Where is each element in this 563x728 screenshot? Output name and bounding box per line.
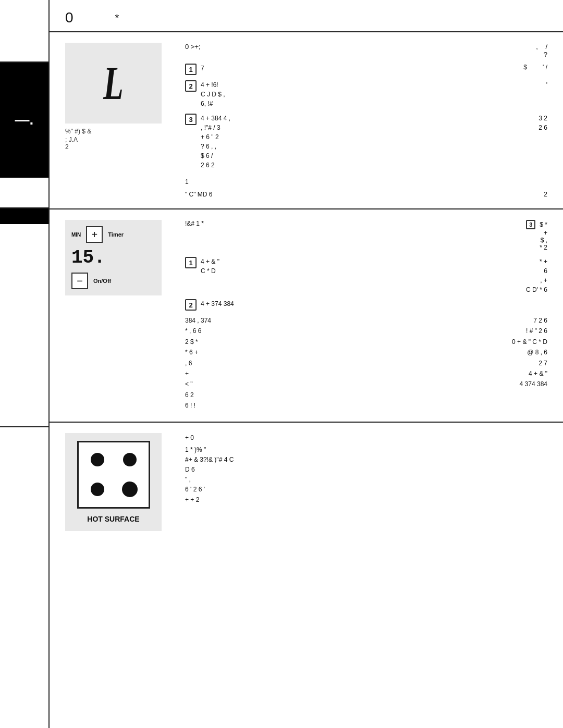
s3-top-left: + 0 — [185, 433, 194, 443]
timer-plus-button[interactable]: + — [86, 226, 103, 243]
product-letter: L — [103, 56, 123, 110]
section1-item3: 3 4 + 384 4 , , !"# / 3 + 6 " 2 ? 6 — [185, 114, 547, 170]
section3: HOT SURFACE + 0 1 * )% " #+ & 3?!& )"# 4… — [50, 423, 563, 541]
s3-line1: 1 * )% " — [185, 445, 547, 455]
item3-num: 3 — [185, 114, 197, 125]
section1-right: 0 >+; , / ? 1 7 $ ' / — [185, 43, 547, 198]
section3-left: HOT SURFACE — [65, 433, 169, 531]
s1-footer: " C" MD 6 2 — [185, 191, 547, 198]
sidebar-black-block: —. — [0, 63, 48, 177]
s2-mid-left: 384 , 374 * , 6 6 2 $ * * 6 + , 6 + < " … — [185, 315, 211, 411]
s2-mid-block: 384 , 374 * , 6 6 2 $ * * 6 + , 6 + < " … — [185, 315, 547, 411]
item2-content-left: 4 + !6! C J D $ , 6, !# — [201, 80, 454, 108]
s2-top-right-a: + — [526, 229, 547, 237]
timer-display: 15. — [71, 247, 155, 268]
item3-content-left: 4 + 384 4 , , !"# / 3 + 6 " 2 ? 6 , , — [201, 114, 454, 170]
section2-left: Min + Timer 15. − On/Off — [65, 220, 169, 411]
sidebar-dash: —. — [15, 112, 34, 128]
burner-dot-bl — [91, 483, 104, 496]
s2-item1-num: 1 — [185, 257, 197, 268]
item1-right: ' / — [543, 64, 547, 73]
section3-right: + 0 1 * )% " #+ & 3?!& )"# 4 C D 6 " , 6… — [185, 433, 547, 531]
hot-surface-box: HOT SURFACE — [65, 433, 162, 531]
section1: L %" #) $ & ; J.A 2 0 >+; , / ? 1 7 — [50, 32, 563, 209]
section1-left: L %" #) $ & ; J.A 2 — [65, 43, 169, 198]
s1-footer-right: 2 — [544, 191, 547, 198]
timer-onoff-label: On/Off — [93, 278, 111, 284]
burner-dot-tr — [123, 453, 137, 466]
section1-item1: 1 7 $ ' / — [185, 64, 547, 75]
s2-top-right-b: $ , — [526, 237, 547, 244]
timer-bottom-row: − On/Off — [71, 273, 155, 289]
sidebar: —. — [0, 0, 50, 728]
timer-min-label: Min — [71, 232, 81, 238]
product-subcode: ; J.A 2 — [65, 136, 169, 151]
item1-dollar: $ — [523, 64, 527, 73]
s2-item3-num: 3 — [526, 220, 535, 229]
item1-num: 1 — [185, 64, 197, 75]
item3-content-right: 3 2 2 6 — [454, 114, 547, 170]
section1-item2: 2 4 + !6! C J D $ , 6, !# ' — [185, 80, 547, 108]
sidebar-section3 — [0, 427, 48, 584]
main-content: 0 * L %" #) $ & ; J.A 2 0 >+; , / ? 1 — [50, 0, 563, 541]
sidebar-top — [0, 0, 48, 63]
s2-top: !&# 1 * 3 $ * + $ , * 2 — [185, 220, 547, 251]
s1-top-right: , / ? — [527, 43, 547, 58]
timer-top-row: Min + Timer — [71, 226, 155, 243]
timer-box: Min + Timer 15. − On/Off — [65, 220, 162, 295]
s3-top: + 0 — [185, 433, 547, 443]
sidebar-black2 — [0, 208, 48, 224]
s2-top-right-dollar: $ * — [540, 221, 547, 228]
item2-num: 2 — [185, 80, 197, 92]
product-image-box: L — [65, 43, 162, 124]
s2-item2-content: 4 + 374 384 — [201, 299, 547, 309]
s2-top-right: 3 $ * + $ , * 2 — [526, 220, 547, 251]
s2-top-left: !&# 1 * — [185, 220, 204, 251]
header-row: 0 * — [50, 0, 563, 32]
item1-content-left: 7 — [201, 64, 523, 73]
timer-minus-button[interactable]: − — [71, 273, 88, 289]
timer-timer-label: Timer — [108, 231, 124, 238]
s2-item1-left: 4 + & " C * D — [201, 257, 454, 294]
s1-top-left: 0 >+; — [185, 43, 201, 58]
burner-dot-tl — [91, 453, 104, 466]
sidebar-mid — [0, 177, 48, 208]
s2-top-right-c: * 2 — [526, 244, 547, 251]
s3-line3: D 6 — [185, 465, 547, 475]
s3-line2: #+ & 3?!& )"# 4 C — [185, 455, 547, 465]
hot-surface-label: HOT SURFACE — [87, 515, 139, 523]
item2-content-right: ' — [454, 80, 547, 108]
section2: Min + Timer 15. − On/Off !&# 1 — [50, 209, 563, 423]
s2-item2-num: 2 — [185, 299, 197, 311]
sidebar-section2 — [0, 224, 48, 427]
section2-item1: 1 4 + & " C * D * + 6 , + C D' * 6 — [185, 257, 547, 294]
s2-mid-right: 7 2 6 ! # " 2 6 0 + & " C * D @ 8 , 6 2 … — [512, 315, 547, 411]
header-star: * — [115, 12, 119, 24]
section2-right: !&# 1 * 3 $ * + $ , * 2 1 — [185, 220, 547, 411]
burner-dot-br — [122, 482, 138, 497]
header-zero: 0 — [65, 9, 74, 26]
s2-item1-right: * + 6 , + C D' * 6 — [454, 257, 547, 294]
s3-line6: + + 2 — [185, 495, 547, 505]
s1-footer-left: " C" MD 6 — [185, 191, 213, 198]
s1-top-row: 0 >+; , / ? — [185, 43, 547, 58]
product-code: %" #) $ & — [65, 128, 169, 135]
s3-line4: " , — [185, 475, 547, 485]
s1-bottom-left: 1 — [185, 178, 547, 186]
section2-item2: 2 4 + 374 384 — [185, 299, 547, 311]
burner-diagram — [77, 441, 150, 509]
s3-line5: 6 ' 2 6 ' — [185, 485, 547, 495]
